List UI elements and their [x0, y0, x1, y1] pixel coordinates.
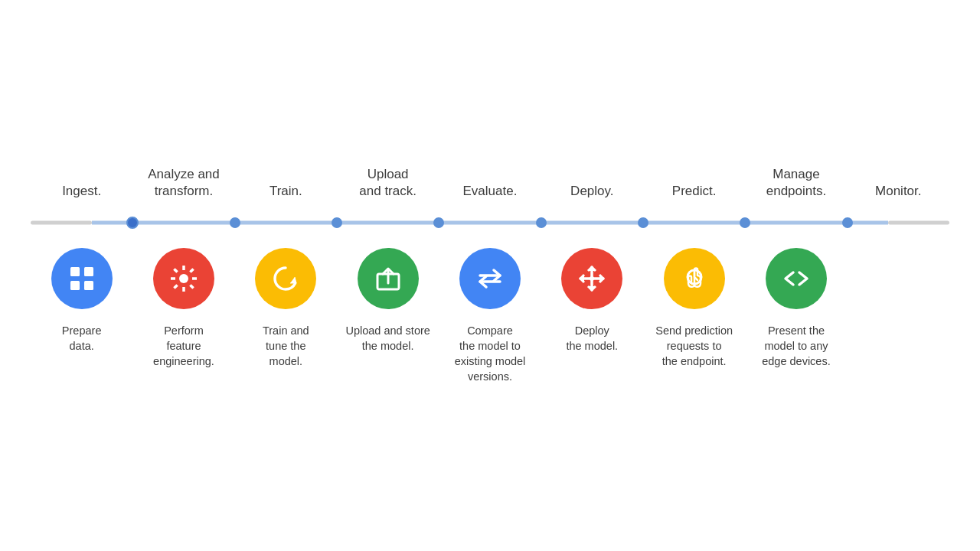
svg-line-10: [190, 285, 193, 288]
manage-desc: Present themodel to anyedge devices.: [762, 323, 830, 370]
label-deploy: Deploy.: [541, 183, 643, 200]
move-icon: [575, 262, 609, 295]
step-analyze: Performfeatureengineering.: [132, 248, 234, 370]
dot-5: [536, 217, 547, 228]
gear-icon: [167, 262, 201, 295]
upload-desc: Upload and storethe model.: [345, 323, 430, 354]
upload-circle: [358, 248, 419, 309]
analyze-circle: [153, 248, 214, 309]
icons-row: Preparedata.: [31, 248, 949, 385]
dot-7: [740, 217, 750, 228]
svg-point-4: [179, 274, 188, 283]
label-ingest: Ingest.: [31, 183, 132, 200]
dot-2: [230, 217, 240, 228]
step-upload: Upload and storethe model.: [337, 248, 439, 354]
deploy-desc: Deploythe model.: [566, 323, 618, 354]
label-analyze: Analyze andtransform.: [132, 166, 234, 200]
labels-row: Ingest. Analyze andtransform. Train. Upl…: [31, 166, 949, 200]
svg-rect-0: [70, 267, 80, 276]
code-icon: [779, 262, 813, 295]
dot-4: [433, 217, 444, 228]
label-predict: Predict.: [643, 183, 745, 200]
svg-rect-2: [70, 281, 80, 290]
touch-icon: [678, 262, 711, 295]
evaluate-desc: Comparethe model toexisting modelversion…: [455, 323, 526, 385]
svg-line-11: [190, 269, 193, 272]
train-desc: Train andtune themodel.: [263, 323, 309, 370]
dot-8: [842, 217, 853, 228]
predict-desc: Send predictionrequests tothe endpoint.: [655, 323, 733, 370]
timeline-row: [31, 214, 949, 231]
ingest-circle: [51, 248, 113, 309]
label-upload: Uploadand track.: [337, 166, 439, 200]
manage-circle: [766, 248, 827, 309]
dot-6: [638, 217, 648, 228]
dot-1: [126, 217, 139, 229]
dot-3: [332, 217, 342, 228]
step-evaluate: Comparethe model toexisting modelversion…: [439, 248, 541, 385]
upload-icon: [371, 262, 405, 295]
compare-icon: [473, 262, 507, 295]
label-evaluate: Evaluate.: [439, 183, 541, 200]
deploy-circle: [561, 248, 622, 309]
train-circle: [255, 248, 316, 309]
predict-circle: [664, 248, 725, 309]
svg-rect-3: [84, 281, 93, 290]
step-deploy: Deploythe model.: [541, 248, 643, 354]
step-train: Train andtune themodel.: [235, 248, 337, 370]
diagram-container: Ingest. Analyze andtransform. Train. Upl…: [31, 166, 949, 384]
step-manage: Present themodel to anyedge devices.: [745, 248, 847, 370]
svg-point-19: [590, 276, 594, 281]
label-train: Train.: [235, 183, 337, 200]
evaluate-circle: [459, 248, 521, 309]
label-monitor: Monitor.: [848, 183, 949, 200]
step-ingest: Preparedata.: [31, 248, 132, 354]
ingest-desc: Preparedata.: [62, 323, 102, 354]
grid-icon: [65, 262, 99, 295]
svg-line-12: [174, 285, 177, 288]
timeline-line: [31, 220, 949, 224]
analyze-desc: Performfeatureengineering.: [153, 323, 214, 370]
svg-rect-1: [84, 267, 93, 276]
svg-line-9: [174, 269, 177, 272]
label-manage: Manageendpoints.: [745, 166, 847, 200]
refresh-icon: [269, 262, 302, 295]
step-predict: Send predictionrequests tothe endpoint.: [643, 248, 745, 370]
